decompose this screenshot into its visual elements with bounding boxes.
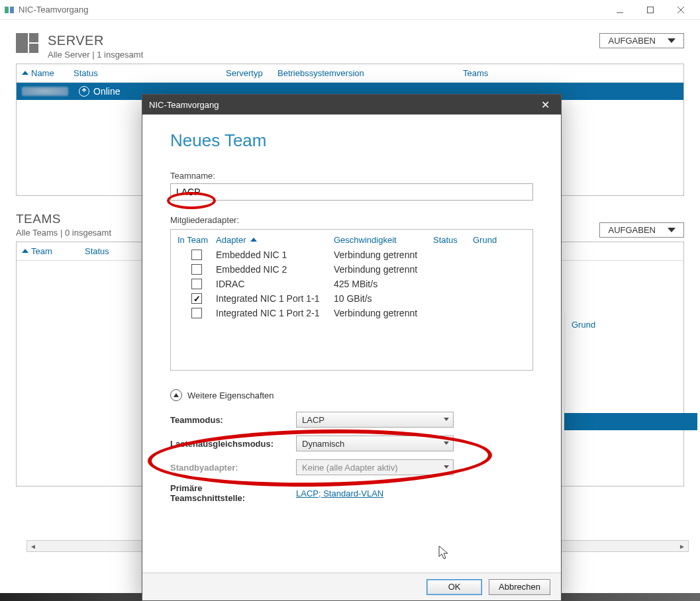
server-name-redacted	[22, 87, 68, 96]
adapters-side-panel: Grund	[564, 313, 683, 551]
teammode-row: Teammodus: LACP	[170, 408, 533, 432]
col-name[interactable]: Name	[22, 68, 74, 78]
chevron-down-icon	[444, 441, 449, 445]
loadbalance-label: Lastenausgleichsmodus:	[170, 439, 296, 449]
sort-asc-icon	[22, 249, 28, 253]
chevron-down-icon	[444, 418, 449, 421]
col-reason[interactable]: Grund	[473, 235, 513, 245]
cancel-button[interactable]: Abbrechen	[489, 579, 550, 595]
teams-tasks-button[interactable]: AUFGABEN	[599, 222, 684, 238]
adapters-reason-col[interactable]: Grund	[565, 313, 683, 336]
col-adapter[interactable]: Adapter	[216, 235, 334, 245]
dialog-heading: Neues Team	[170, 130, 533, 151]
adapters-selected-row[interactable]	[564, 413, 697, 430]
member-row[interactable]: Embedded NIC 2Verbindung getrennt	[171, 262, 532, 277]
members-label: Mitgliederadapter:	[170, 215, 533, 225]
minimize-button[interactable]	[605, 0, 635, 20]
servers-header: SERVER Alle Server | 1 insgesamt AUFGABE…	[16, 33, 684, 60]
col-os[interactable]: Betriebssystemversion	[277, 68, 463, 78]
svg-rect-1	[10, 7, 14, 13]
col-speed[interactable]: Geschwindigkeit	[334, 235, 433, 245]
standby-label: Standbyadapter:	[170, 463, 296, 473]
member-adapter: Integrated NIC 1 Port 2-1	[216, 308, 334, 318]
teamname-label: Teamname:	[170, 171, 533, 181]
teams-title: TEAMS	[16, 212, 111, 226]
primary-interface-row: PrimäreTeamschnittstelle: LACP; Standard…	[170, 479, 533, 507]
ok-button[interactable]: OK	[426, 579, 482, 595]
tasks-label: AUFGABEN	[608, 225, 656, 235]
member-row[interactable]: Integrated NIC 1 Port 1-110 GBit/s	[171, 291, 532, 306]
member-adapter: Integrated NIC 1 Port 1-1	[216, 293, 334, 304]
dialog-title: NIC-Teamvorgang	[149, 100, 219, 110]
more-properties-expander[interactable]: Weitere Eigenschaften	[170, 389, 533, 401]
col-servertype[interactable]: Servertyp	[226, 68, 277, 78]
teammode-combo[interactable]: LACP	[296, 412, 454, 428]
chevron-down-icon	[444, 465, 449, 469]
svg-rect-3	[648, 7, 654, 13]
col-status[interactable]: Status	[433, 235, 473, 245]
servers-subtitle: Alle Server | 1 insgesamt	[48, 50, 143, 60]
teammode-label: Teammodus:	[170, 415, 296, 425]
scroll-right-icon[interactable]: ►	[676, 541, 688, 551]
member-row[interactable]: Embedded NIC 1Verbindung getrennt	[171, 248, 532, 262]
member-adapter: Embedded NIC 1	[216, 250, 334, 260]
member-speed: Verbindung getrennt	[334, 250, 433, 260]
dialog-footer: OK Abbrechen	[142, 573, 561, 600]
mouse-cursor-icon	[438, 545, 450, 563]
window-controls	[605, 0, 696, 20]
server-icon	[16, 33, 40, 54]
servers-title: SERVER	[48, 33, 143, 48]
member-checkbox[interactable]	[191, 250, 202, 260]
svg-rect-0	[5, 7, 9, 13]
member-row[interactable]: Integrated NIC 1 Port 2-1Verbindung getr…	[171, 306, 532, 320]
window-title: NIC-Teamvorgang	[19, 5, 605, 15]
standby-row: Standbyadapter: Keine (alle Adapter akti…	[170, 455, 533, 479]
primary-interface-label: PrimäreTeamschnittstelle:	[170, 483, 296, 503]
collapse-up-icon	[170, 389, 182, 401]
col-teams[interactable]: Teams	[463, 68, 529, 78]
col-inteam[interactable]: In Team	[177, 235, 216, 245]
standby-combo: Keine (alle Adapter aktiv)	[296, 459, 454, 475]
chevron-down-icon	[668, 228, 675, 232]
new-team-dialog: NIC-Teamvorgang ✕ Neues Team Teamname: M…	[142, 94, 562, 601]
col-team[interactable]: Team	[22, 246, 85, 256]
teamname-input[interactable]	[170, 183, 533, 201]
close-button[interactable]	[666, 0, 696, 20]
titlebar: NIC-Teamvorgang	[0, 0, 700, 20]
maximize-button[interactable]	[635, 0, 666, 20]
properties-table: Teammodus: LACP Lastenausgleichsmodus: D…	[170, 408, 533, 507]
member-speed: 10 GBit/s	[334, 293, 433, 304]
member-checkbox[interactable]	[191, 264, 202, 275]
member-columns: In Team Adapter Geschwindigkeit Status G…	[171, 230, 532, 248]
member-adapters-grid: In Team Adapter Geschwindigkeit Status G…	[170, 229, 533, 371]
server-status: Online	[93, 86, 120, 97]
primary-interface-link[interactable]: LACP; Standard-VLAN	[296, 488, 383, 498]
status-online-icon	[79, 86, 89, 97]
chevron-down-icon	[668, 38, 675, 43]
teams-subtitle: Alle Teams | 0 insgesamt	[16, 228, 111, 238]
member-speed: Verbindung getrennt	[334, 264, 433, 275]
dialog-titlebar: NIC-Teamvorgang ✕	[142, 95, 561, 115]
member-row[interactable]: IDRAC425 MBit/s	[171, 277, 532, 291]
app-icon	[4, 5, 15, 15]
scroll-left-icon[interactable]: ◄	[27, 541, 39, 551]
loadbalance-combo[interactable]: Dynamisch	[296, 436, 454, 451]
member-speed: Verbindung getrennt	[334, 308, 433, 318]
member-speed: 425 MBit/s	[334, 279, 433, 289]
member-adapter: IDRAC	[216, 279, 334, 289]
loadbalance-row: Lastenausgleichsmodus: Dynamisch	[170, 432, 533, 455]
member-checkbox[interactable]	[191, 279, 202, 289]
tasks-label: AUFGABEN	[608, 36, 656, 46]
dialog-close-button[interactable]: ✕	[536, 99, 554, 111]
servers-columns: Name Status Servertyp Betriebssystemvers…	[17, 64, 683, 83]
expander-label: Weitere Eigenschaften	[187, 391, 274, 400]
member-adapter: Embedded NIC 2	[216, 264, 334, 275]
member-checkbox[interactable]	[191, 308, 202, 318]
sort-asc-icon	[22, 71, 28, 75]
servers-tasks-button[interactable]: AUFGABEN	[599, 33, 684, 48]
member-checkbox[interactable]	[191, 293, 202, 304]
sort-asc-icon	[250, 238, 257, 242]
col-status[interactable]: Status	[74, 68, 226, 78]
